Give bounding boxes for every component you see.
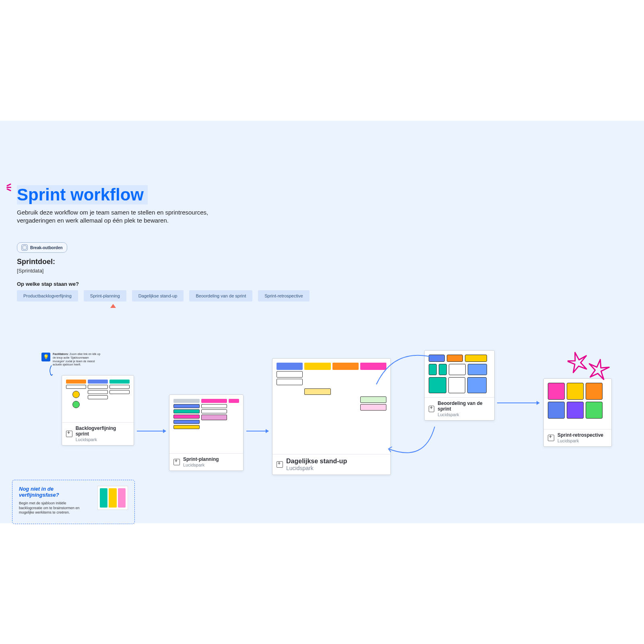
step-chip-retro[interactable]: Sprint-retrospective xyxy=(258,290,309,301)
card-planning-vendor: Lucidspark xyxy=(183,462,219,467)
current-step-marker-icon xyxy=(110,304,116,308)
page-title: Sprint workflow xyxy=(17,185,148,204)
arrow-backlog-to-planning-icon xyxy=(137,431,166,431)
step-chip-row: Productbacklogverfijning Sprint-planning… xyxy=(17,290,310,301)
side-box-mini-thumb xyxy=(97,486,128,510)
step-heading: Op welke stap staan we? xyxy=(17,281,310,287)
card-retro[interactable]: Sprint-retrospective Lucidspark xyxy=(543,378,612,447)
side-box-title: Nog niet in de verfijningsfase? xyxy=(19,486,93,498)
breakout-boards-button[interactable]: Break-outborden xyxy=(17,242,67,253)
card-backlog[interactable]: Backlogverfijning sprint Lucidspark xyxy=(62,375,134,446)
card-review-vendor: Lucidspark xyxy=(438,412,490,417)
workflow-canvas: Sprint workflow Gebruik deze workflow om… xyxy=(0,121,644,523)
step-chip-backlog[interactable]: Productbacklogverfijning xyxy=(17,290,78,301)
card-retro-name: Sprint-retrospective xyxy=(557,433,603,438)
insert-template-icon xyxy=(66,431,72,437)
card-backlog-vendor: Lucidspark xyxy=(76,437,130,442)
sprint-goal-heading: Sprintdoel: xyxy=(17,258,55,266)
card-backlog-thumb xyxy=(62,376,134,422)
lightbulb-icon: 💡 xyxy=(41,353,50,361)
stars-icon xyxy=(568,350,612,382)
card-retro-thumb xyxy=(544,379,611,429)
insert-template-icon xyxy=(277,461,283,468)
card-review-name: Beoordeling van de sprint xyxy=(438,401,490,412)
arrow-standup-to-review-icon xyxy=(370,344,443,392)
arrow-planning-to-standup-icon xyxy=(246,431,268,431)
note-arrow-icon xyxy=(47,365,56,377)
card-planning[interactable]: Sprint-planning Lucidspark xyxy=(169,394,244,471)
insert-template-icon xyxy=(429,406,434,412)
step-chip-standup[interactable]: Dagelijkse stand-up xyxy=(132,290,184,301)
page-subtitle: Gebruik deze workflow om je team samen t… xyxy=(17,208,210,225)
step-chip-planning[interactable]: Sprint-planning xyxy=(84,290,126,301)
facilitator-note-bold: Facilitators: xyxy=(53,353,69,355)
side-box-body: Begin met de sjabloon Initiële backlogcr… xyxy=(19,501,81,515)
card-standup-vendor: Lucidspark xyxy=(286,465,347,471)
arrow-review-to-standup-icon xyxy=(384,425,441,469)
insert-template-icon xyxy=(548,435,554,441)
card-planning-name: Sprint-planning xyxy=(183,457,219,462)
card-retro-vendor: Lucidspark xyxy=(557,438,603,443)
card-backlog-name: Backlogverfijning sprint xyxy=(76,426,130,437)
card-planning-thumb xyxy=(169,395,243,453)
insert-template-icon xyxy=(173,459,180,465)
arrow-review-to-retro-icon xyxy=(497,402,539,403)
card-standup-name: Dagelijkse stand-up xyxy=(286,458,347,465)
sprint-goal-value: [Sprintdata] xyxy=(17,268,55,274)
title-accent-icon xyxy=(6,183,11,192)
boards-icon xyxy=(21,244,28,251)
step-chip-review[interactable]: Beoordeling van de sprint xyxy=(189,290,252,301)
breakout-label: Break-outborden xyxy=(30,246,63,250)
not-refining-yet-box: Nog niet in de verfijningsfase? Begin me… xyxy=(12,480,135,524)
